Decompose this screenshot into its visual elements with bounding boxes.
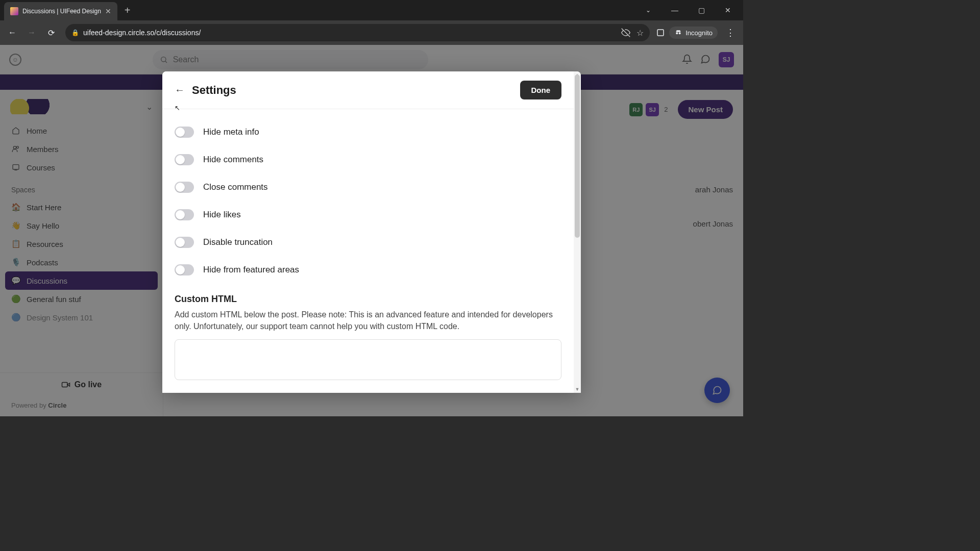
browser-tab[interactable]: Discussions | UIFeed Design ✕ xyxy=(4,2,117,20)
bookmark-star-icon[interactable]: ☆ xyxy=(636,28,644,38)
nav-back-button[interactable]: ← xyxy=(4,24,20,41)
toggle-label: Hide meta info xyxy=(203,127,259,137)
toggle-label: Hide from featured areas xyxy=(203,265,299,275)
tab-search-icon[interactable]: ⌄ xyxy=(638,3,658,18)
toggle-switch[interactable] xyxy=(175,209,194,220)
modal-scrollbar[interactable]: ▲ ▼ xyxy=(574,71,581,393)
toggle-label: Hide likes xyxy=(203,210,241,220)
svg-point-1 xyxy=(676,32,678,34)
scroll-down-icon[interactable]: ▼ xyxy=(574,386,581,393)
toggle-disable-truncation: Disable truncation xyxy=(167,229,569,256)
url-text: uifeed-design.circle.so/c/discussions/ xyxy=(83,29,617,37)
toggle-hide-meta-info: Hide meta info xyxy=(167,118,569,146)
window-minimize-button[interactable]: ― xyxy=(665,3,685,18)
address-bar[interactable]: 🔒 uifeed-design.circle.so/c/discussions/… xyxy=(65,24,650,41)
browser-toolbar: ← → ⟳ 🔒 uifeed-design.circle.so/c/discus… xyxy=(0,20,743,45)
cursor-icon: ↖ xyxy=(175,104,180,112)
custom-html-heading: Custom HTML xyxy=(175,294,561,305)
page-viewport: ☺ Search SJ ⌄ Home xyxy=(0,45,743,416)
toggle-hide-featured: Hide from featured areas xyxy=(167,256,569,284)
svg-rect-0 xyxy=(657,30,664,36)
toggle-switch[interactable] xyxy=(175,154,194,165)
toggle-hide-comments: Hide comments xyxy=(167,146,569,173)
toggle-switch[interactable] xyxy=(175,127,194,138)
nav-forward-button[interactable]: → xyxy=(23,24,40,41)
favicon-icon xyxy=(10,7,18,15)
custom-html-description: Add custom HTML below the post. Please n… xyxy=(175,309,561,332)
browser-menu-button[interactable]: ⋮ xyxy=(722,27,739,38)
tab-title: Discussions | UIFeed Design xyxy=(22,8,101,15)
settings-modal: ← Settings Done ↖ Hide meta info Hide co… xyxy=(162,71,581,393)
toggle-label: Hide comments xyxy=(203,155,263,165)
incognito-indicator[interactable]: Incognito xyxy=(669,27,718,39)
new-tab-button[interactable]: + xyxy=(125,5,131,16)
toggle-close-comments: Close comments xyxy=(167,173,569,201)
back-button[interactable]: ← xyxy=(175,84,185,96)
toggle-label: Close comments xyxy=(203,182,268,192)
window-close-button[interactable]: ✕ xyxy=(718,3,738,18)
toggle-label: Disable truncation xyxy=(203,237,273,247)
toggle-switch[interactable] xyxy=(175,237,194,248)
done-button[interactable]: Done xyxy=(520,81,562,99)
toggle-switch[interactable] xyxy=(175,264,194,276)
extensions-icon[interactable] xyxy=(656,28,665,37)
window-maximize-button[interactable]: ▢ xyxy=(691,3,712,18)
scroll-thumb[interactable] xyxy=(575,74,580,238)
modal-overlay[interactable]: ← Settings Done ↖ Hide meta info Hide co… xyxy=(0,45,743,416)
incognito-label: Incognito xyxy=(685,29,713,37)
toggle-hide-likes: Hide likes xyxy=(167,201,569,229)
lock-icon: 🔒 xyxy=(71,29,79,36)
custom-html-textarea[interactable] xyxy=(175,339,561,380)
svg-point-2 xyxy=(679,32,681,34)
incognito-icon xyxy=(674,29,682,37)
close-tab-icon[interactable]: ✕ xyxy=(105,7,111,15)
eye-off-icon[interactable] xyxy=(621,28,630,37)
browser-titlebar: Discussions | UIFeed Design ✕ + ⌄ ― ▢ ✕ xyxy=(0,0,743,20)
nav-reload-button[interactable]: ⟳ xyxy=(43,24,59,41)
modal-title: Settings xyxy=(192,84,236,97)
toggle-switch[interactable] xyxy=(175,182,194,193)
